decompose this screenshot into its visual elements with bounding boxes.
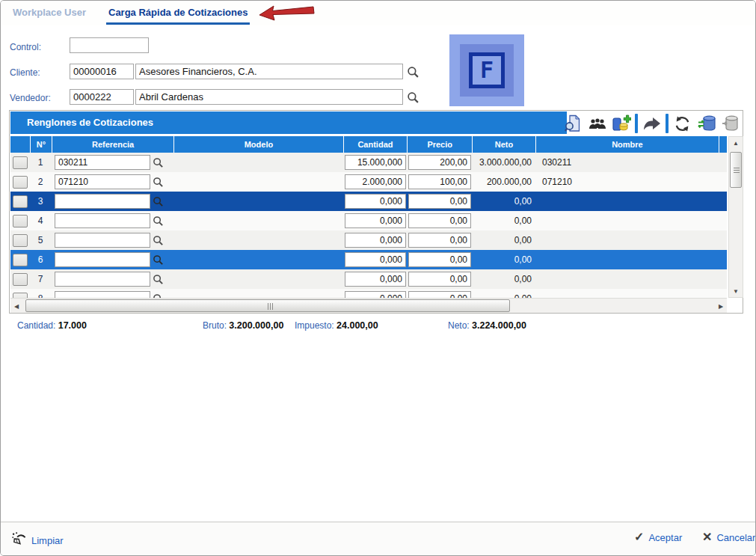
vendedor-search-icon[interactable]	[407, 91, 420, 107]
table-row[interactable]: 7 0,00	[10, 269, 727, 289]
aceptar-button[interactable]: ✓ Aceptar	[634, 531, 682, 543]
horizontal-scrollbar-thumb[interactable]	[25, 299, 510, 312]
row-select-button[interactable]	[13, 273, 28, 286]
referencia-input[interactable]	[55, 233, 150, 248]
row-select-button[interactable]	[13, 234, 28, 247]
horizontal-scrollbar[interactable]: ◀ ▶	[10, 298, 727, 313]
refresh-icon[interactable]	[672, 114, 692, 134]
modelo-cell	[173, 192, 343, 211]
col-nombre[interactable]: Nombre	[536, 136, 719, 153]
aceptar-label: Aceptar	[648, 532, 682, 543]
col-numero[interactable]: N°	[31, 136, 52, 153]
grid-title: Renglones de Cotizaciones	[10, 111, 567, 134]
referencia-search-icon[interactable]	[153, 157, 164, 168]
cantidad-input[interactable]	[345, 213, 406, 228]
scroll-left-icon[interactable]: ◀	[10, 299, 22, 314]
referencia-search-icon[interactable]	[153, 274, 164, 285]
precio-input[interactable]	[408, 252, 471, 267]
precio-input[interactable]	[408, 213, 471, 228]
tab-carga-rapida[interactable]: Carga Rápida de Cotizaciones	[106, 7, 250, 25]
referencia-search-icon[interactable]	[153, 235, 164, 246]
table-row[interactable]: 2 200.000,00 071210	[10, 172, 727, 192]
referencia-input[interactable]	[55, 194, 150, 209]
table-row[interactable]: 1 3.000.000,00 030211	[10, 153, 727, 172]
database-export-icon[interactable]	[696, 114, 716, 134]
table-row-selected[interactable]: 6 0,00	[10, 250, 727, 269]
broom-icon	[11, 531, 27, 549]
cantidad-input[interactable]	[345, 174, 406, 189]
scroll-down-icon[interactable]: ▼	[729, 285, 743, 297]
modelo-cell	[173, 172, 343, 192]
scroll-up-icon[interactable]: ▲	[729, 137, 743, 149]
col-modelo[interactable]: Modelo	[174, 136, 342, 153]
vertical-scrollbar[interactable]: ▲ ▼	[728, 136, 743, 298]
referencia-input[interactable]	[55, 155, 150, 170]
referencia-search-icon[interactable]	[153, 196, 164, 207]
col-referencia[interactable]: Referencia	[52, 136, 173, 153]
cancelar-button[interactable]: ✕ Cancelar	[702, 531, 755, 543]
add-item-icon[interactable]	[611, 114, 631, 134]
cantidad-input[interactable]	[345, 291, 406, 298]
referencia-search-icon[interactable]	[153, 216, 164, 227]
neto-value: 0,00	[514, 216, 532, 226]
cantidad-input[interactable]	[345, 194, 406, 209]
col-spacer	[719, 136, 727, 153]
vendedor-name-input[interactable]	[135, 89, 403, 105]
row-select-button[interactable]	[13, 156, 28, 169]
quote-lines-grid: Renglones de Cotizaciones	[9, 110, 743, 314]
table-row[interactable]: 5 0,00	[10, 230, 727, 250]
row-select-button[interactable]	[13, 215, 28, 227]
neto-value: 0,00	[514, 235, 532, 245]
precio-input[interactable]	[408, 194, 471, 209]
precio-input[interactable]	[408, 291, 471, 298]
row-number: 2	[38, 177, 43, 187]
vertical-scrollbar-thumb[interactable]	[730, 152, 742, 188]
modelo-cell	[173, 211, 343, 230]
cantidad-input[interactable]	[345, 155, 406, 170]
toolbar-separator	[635, 114, 638, 133]
cancelar-label: Cancelar	[716, 532, 755, 543]
referencia-input[interactable]	[55, 174, 150, 189]
referencia-input[interactable]	[55, 272, 150, 287]
neto-value: 200.000,00	[487, 177, 532, 187]
referencia-input[interactable]	[55, 213, 150, 228]
row-number: 3	[38, 196, 43, 207]
cantidad-input[interactable]	[345, 252, 406, 267]
referencia-search-icon[interactable]	[153, 177, 164, 188]
document-search-icon[interactable]	[563, 114, 583, 134]
col-neto[interactable]: Neto	[473, 136, 535, 153]
cantidad-input[interactable]	[345, 233, 406, 248]
tab-workplace-user[interactable]: Workplace User	[13, 7, 86, 18]
table-row-selected[interactable]: 3 0,00	[10, 192, 727, 211]
control-input[interactable]	[70, 37, 149, 53]
cantidad-input[interactable]	[345, 272, 406, 287]
precio-input[interactable]	[408, 272, 471, 287]
col-precio[interactable]: Precio	[408, 136, 472, 153]
precio-input[interactable]	[408, 233, 471, 248]
referencia-input[interactable]	[55, 252, 150, 267]
totals-bar: Cantidad: 17.000 Bruto: 3.200.000,00 Imp…	[1, 320, 755, 335]
cliente-code-input[interactable]	[70, 64, 134, 79]
referencia-input[interactable]	[55, 291, 150, 298]
tab-bar: Workplace User Carga Rápida de Cotizacio…	[1, 1, 755, 25]
app-logo: F	[449, 34, 524, 106]
row-number: 1	[38, 157, 43, 168]
row-select-button[interactable]	[13, 195, 28, 208]
scroll-right-icon[interactable]: ▶	[715, 299, 727, 314]
group-icon[interactable]	[587, 114, 607, 134]
precio-input[interactable]	[408, 155, 471, 170]
row-select-button[interactable]	[13, 293, 28, 299]
referencia-search-icon[interactable]	[153, 254, 164, 266]
table-header-row: N° Referencia Modelo Cantidad Precio Net…	[10, 136, 727, 153]
cliente-search-icon[interactable]	[407, 66, 420, 82]
table-row[interactable]: 4 0,00	[10, 211, 727, 230]
row-select-button[interactable]	[13, 254, 28, 266]
table-row[interactable]: 8 0,00	[10, 289, 727, 298]
precio-input[interactable]	[408, 174, 471, 189]
row-select-button[interactable]	[13, 176, 28, 189]
limpiar-button[interactable]: Limpiar	[11, 531, 64, 549]
cliente-name-input[interactable]	[135, 64, 403, 79]
vendedor-code-input[interactable]	[70, 89, 134, 105]
forward-arrow-icon[interactable]	[642, 114, 662, 134]
col-cantidad[interactable]: Cantidad	[344, 136, 408, 153]
